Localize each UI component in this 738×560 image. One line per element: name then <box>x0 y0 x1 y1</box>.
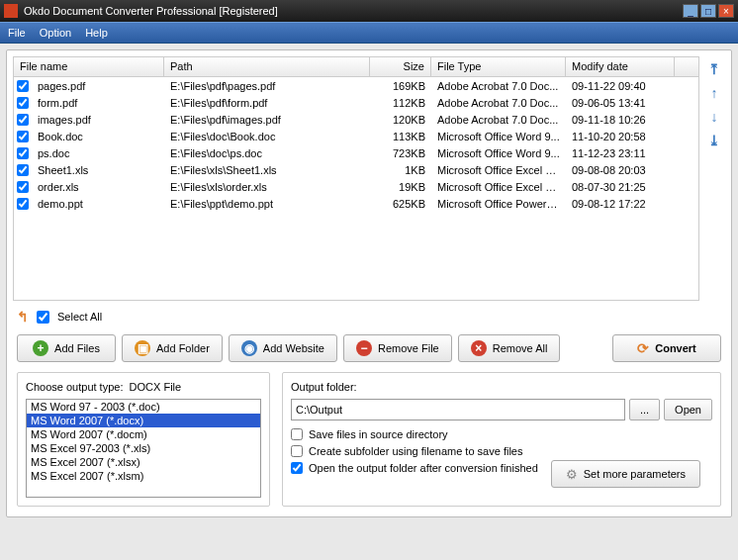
add-files-button[interactable]: + Add Files <box>17 334 116 362</box>
output-type-panel: Choose output type: DOCX File MS Word 97… <box>17 372 270 507</box>
output-folder-label: Output folder: <box>291 381 712 393</box>
select-all-checkbox[interactable] <box>37 311 49 324</box>
minimize-button[interactable]: _ <box>683 4 698 18</box>
cell-path: E:\Files\pdf\images.pdf <box>164 113 370 127</box>
cell-path: E:\Files\xls\order.xls <box>164 180 370 194</box>
save-source-label: Save files in source directory <box>309 428 448 440</box>
col-filename[interactable]: File name <box>14 57 164 76</box>
row-checkbox[interactable] <box>17 164 29 176</box>
add-website-button[interactable]: ◉ Add Website <box>229 334 337 362</box>
output-type-item[interactable]: MS Word 2007 (*.docx) <box>27 414 260 427</box>
cell-type: Adobe Acrobat 7.0 Doc... <box>431 79 566 93</box>
output-type-item[interactable]: MS Excel 2007 (*.xlsx) <box>27 455 260 469</box>
menu-file[interactable]: File <box>8 27 26 39</box>
move-bottom-button[interactable]: ⤓ <box>705 132 723 149</box>
add-website-label: Add Website <box>263 342 324 354</box>
table-row[interactable]: form.pdfE:\Files\pdf\form.pdf112KBAdobe … <box>14 94 698 111</box>
add-files-label: Add Files <box>54 342 100 354</box>
cell-path: E:\Files\doc\Book.doc <box>164 130 370 143</box>
remove-all-button[interactable]: × Remove All <box>458 334 561 362</box>
output-type-item[interactable]: MS Word 97 - 2003 (*.doc) <box>27 400 260 414</box>
set-more-parameters-button[interactable]: ⚙ Set more parameters <box>551 460 700 488</box>
table-row[interactable]: Sheet1.xlsE:\Files\xls\Sheet1.xls1KBMicr… <box>14 161 698 178</box>
save-source-checkbox[interactable] <box>291 428 303 440</box>
convert-label: Convert <box>655 342 696 354</box>
output-type-item[interactable]: MS Excel 2007 (*.xlsm) <box>27 469 260 483</box>
maximize-button[interactable]: □ <box>700 4 716 18</box>
create-subfolder-checkbox[interactable] <box>291 445 303 457</box>
cell-date: 09-06-05 13:41 <box>566 96 675 110</box>
open-after-checkbox[interactable] <box>291 462 303 474</box>
cell-filename: demo.ppt <box>32 197 164 211</box>
remove-all-label: Remove All <box>493 342 548 354</box>
table-row[interactable]: ps.docE:\Files\doc\ps.doc723KBMicrosoft … <box>14 144 698 161</box>
output-type-item[interactable]: MS Excel 97-2003 (*.xls) <box>27 441 260 455</box>
globe-icon: ◉ <box>241 340 257 356</box>
row-checkbox[interactable] <box>17 131 29 142</box>
add-folder-button[interactable]: ▣ Add Folder <box>122 334 223 362</box>
titlebar: Okdo Document Converter Professional [Re… <box>0 0 738 22</box>
row-checkbox[interactable] <box>17 181 29 193</box>
cell-filename: images.pdf <box>32 113 164 127</box>
output-type-item[interactable]: MS Word 2007 (*.docm) <box>27 427 260 441</box>
row-checkbox[interactable] <box>17 147 29 159</box>
reorder-controls: ⤒ ↑ ↓ ⤓ <box>705 50 731 307</box>
table-row[interactable]: demo.pptE:\Files\ppt\demo.ppt625KBMicros… <box>14 195 698 212</box>
app-icon <box>4 4 18 18</box>
convert-button[interactable]: ⟳ Convert <box>612 334 721 362</box>
cell-date: 08-07-30 21:25 <box>566 180 675 194</box>
col-modifydate[interactable]: Modify date <box>566 57 675 76</box>
cell-type: Microsoft Office Excel 9... <box>431 180 566 194</box>
cell-size: 169KB <box>370 79 431 93</box>
cell-date: 09-08-12 17:22 <box>566 197 675 211</box>
table-row[interactable]: order.xlsE:\Files\xls\order.xls19KBMicro… <box>14 178 698 195</box>
cell-size: 19KB <box>370 180 431 194</box>
row-checkbox[interactable] <box>17 80 29 92</box>
cell-date: 09-08-08 20:03 <box>566 163 675 177</box>
cell-path: E:\Files\doc\ps.doc <box>164 146 370 160</box>
table-row[interactable]: Book.docE:\Files\doc\Book.doc113KBMicros… <box>14 128 698 144</box>
open-after-label: Open the output folder after conversion … <box>309 462 538 474</box>
cell-path: E:\Files\pdf\form.pdf <box>164 96 370 110</box>
cell-date: 11-12-23 23:11 <box>566 146 675 160</box>
browse-button[interactable]: ... <box>629 399 660 420</box>
window-title: Okdo Document Converter Professional [Re… <box>24 5 683 17</box>
cell-size: 1KB <box>370 163 431 177</box>
move-down-button[interactable]: ↓ <box>705 108 723 126</box>
menu-help[interactable]: Help <box>85 27 108 39</box>
table-row[interactable]: pages.pdfE:\Files\pdf\pages.pdf169KBAdob… <box>14 77 698 94</box>
file-list-header: File name Path Size File Type Modify dat… <box>14 57 698 77</box>
create-subfolder-label: Create subfolder using filename to save … <box>309 445 522 457</box>
set-more-parameters-label: Set more parameters <box>584 468 686 480</box>
menu-option[interactable]: Option <box>40 27 71 39</box>
remove-file-label: Remove File <box>378 342 439 354</box>
close-button[interactable]: × <box>718 4 734 18</box>
plus-icon: + <box>33 340 48 356</box>
cell-filename: form.pdf <box>32 96 164 110</box>
up-level-icon[interactable]: ↰ <box>17 309 29 325</box>
open-folder-button[interactable]: Open <box>664 399 712 420</box>
col-size[interactable]: Size <box>370 57 431 76</box>
file-list: File name Path Size File Type Modify dat… <box>13 56 699 301</box>
table-row[interactable]: images.pdfE:\Files\pdf\images.pdf120KBAd… <box>14 111 698 128</box>
output-type-list[interactable]: MS Word 97 - 2003 (*.doc)MS Word 2007 (*… <box>26 399 261 498</box>
cell-filename: pages.pdf <box>32 79 164 93</box>
minus-icon: − <box>356 340 372 356</box>
convert-icon: ⟳ <box>637 340 649 356</box>
move-up-button[interactable]: ↑ <box>705 84 723 102</box>
cell-date: 09-11-18 10:26 <box>566 113 675 127</box>
folder-icon: ▣ <box>135 340 150 356</box>
row-checkbox[interactable] <box>17 198 29 210</box>
cell-type: Microsoft Office Excel 9... <box>431 163 566 177</box>
col-path[interactable]: Path <box>164 57 370 76</box>
cell-filename: ps.doc <box>32 146 164 160</box>
chosen-type-label: DOCX File <box>130 381 182 393</box>
remove-file-button[interactable]: − Remove File <box>343 334 452 362</box>
row-checkbox[interactable] <box>17 97 29 109</box>
cell-date: 09-11-22 09:40 <box>566 79 675 93</box>
row-checkbox[interactable] <box>17 114 29 126</box>
col-filetype[interactable]: File Type <box>431 57 566 76</box>
move-top-button[interactable]: ⤒ <box>705 60 723 78</box>
cell-path: E:\Files\ppt\demo.ppt <box>164 197 370 211</box>
output-folder-input[interactable] <box>291 399 625 420</box>
